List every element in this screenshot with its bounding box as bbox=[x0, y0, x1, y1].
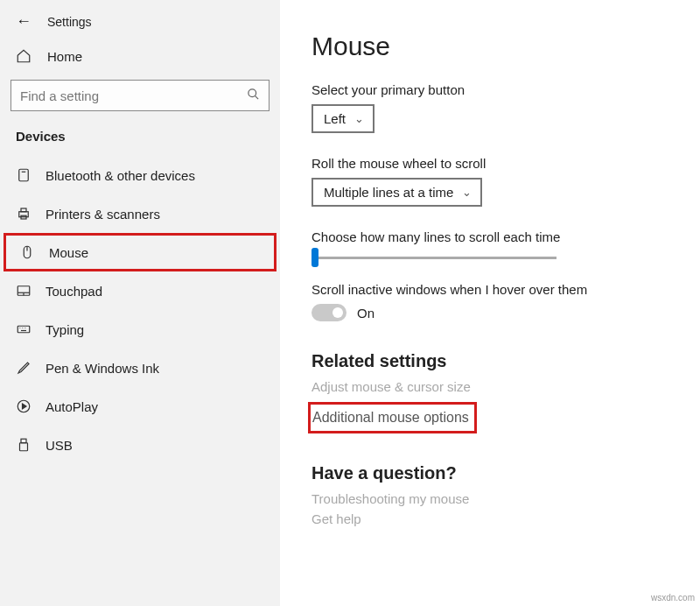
nav-typing[interactable]: Typing bbox=[0, 310, 280, 349]
scroll-dropdown[interactable]: Multiple lines at a time ⌄ bbox=[312, 178, 482, 207]
chevron-down-icon: ⌄ bbox=[462, 186, 472, 199]
chevron-down-icon: ⌄ bbox=[354, 112, 364, 125]
nav-touchpad[interactable]: Touchpad bbox=[0, 271, 280, 310]
pen-icon bbox=[16, 360, 32, 376]
svg-line-1 bbox=[255, 95, 258, 99]
sidebar: ← Settings Home Devices Bluetooth & othe… bbox=[0, 0, 280, 606]
svg-rect-20 bbox=[20, 443, 28, 451]
inactive-label: Scroll inactive windows when I hover ove… bbox=[312, 282, 682, 297]
primary-button-dropdown[interactable]: Left ⌄ bbox=[312, 104, 374, 133]
svg-rect-4 bbox=[19, 212, 29, 217]
nav-label: AutoPlay bbox=[46, 399, 98, 414]
svg-marker-18 bbox=[23, 404, 27, 409]
dropdown-value: Left bbox=[324, 111, 346, 126]
svg-rect-5 bbox=[21, 208, 26, 212]
nav-autoplay[interactable]: AutoPlay bbox=[0, 387, 280, 426]
svg-point-0 bbox=[248, 89, 256, 97]
home-nav[interactable]: Home bbox=[0, 39, 280, 73]
search-input[interactable] bbox=[20, 88, 247, 103]
slider-thumb[interactable] bbox=[312, 248, 318, 267]
nav-label: Bluetooth & other devices bbox=[46, 168, 195, 183]
touchpad-icon bbox=[16, 283, 32, 299]
nav-label: Printers & scanners bbox=[46, 207, 160, 222]
primary-button-label: Select your primary button bbox=[312, 82, 682, 97]
nav-pen[interactable]: Pen & Windows Ink bbox=[0, 349, 280, 387]
page-title: Mouse bbox=[312, 32, 682, 61]
question-title: Have a question? bbox=[312, 463, 682, 483]
svg-rect-19 bbox=[21, 439, 26, 443]
app-title: Settings bbox=[47, 15, 92, 29]
troubleshoot-link[interactable]: Troubleshooting my mouse bbox=[312, 489, 682, 509]
home-label: Home bbox=[47, 49, 82, 64]
lines-setting: Choose how many lines to scroll each tim… bbox=[312, 229, 682, 259]
toggle-state-label: On bbox=[357, 306, 374, 321]
nav-label: Pen & Windows Ink bbox=[46, 361, 159, 376]
nav-bluetooth[interactable]: Bluetooth & other devices bbox=[0, 156, 280, 194]
home-icon bbox=[16, 48, 32, 64]
printer-icon bbox=[16, 206, 32, 222]
back-arrow-icon[interactable]: ← bbox=[16, 12, 32, 31]
scroll-label: Roll the mouse wheel to scroll bbox=[312, 156, 682, 171]
nav-label: Mouse bbox=[49, 245, 88, 260]
additional-mouse-options-link[interactable]: Additional mouse options bbox=[308, 402, 477, 433]
adjust-mouse-link[interactable]: Adjust mouse & cursor size bbox=[312, 377, 682, 397]
nav-label: Typing bbox=[46, 322, 84, 337]
lines-slider[interactable] bbox=[312, 257, 556, 259]
mouse-icon bbox=[19, 244, 35, 260]
dropdown-value: Multiple lines at a time bbox=[324, 185, 453, 200]
svg-rect-2 bbox=[19, 169, 29, 181]
nav-label: USB bbox=[46, 438, 73, 453]
lines-label: Choose how many lines to scroll each tim… bbox=[312, 229, 682, 244]
category-label: Devices bbox=[0, 123, 280, 156]
search-input-container[interactable] bbox=[10, 80, 270, 111]
primary-button-setting: Select your primary button Left ⌄ bbox=[312, 82, 682, 133]
keyboard-icon bbox=[16, 321, 32, 337]
nav-mouse[interactable]: Mouse bbox=[4, 233, 276, 271]
related-settings-title: Related settings bbox=[312, 351, 682, 371]
nav-printers[interactable]: Printers & scanners bbox=[0, 194, 280, 233]
autoplay-icon bbox=[16, 398, 32, 414]
inactive-toggle[interactable] bbox=[312, 304, 346, 321]
bluetooth-icon bbox=[16, 167, 32, 183]
watermark: wsxdn.com bbox=[651, 593, 695, 602]
usb-icon bbox=[16, 437, 32, 453]
main-content: Mouse Select your primary button Left ⌄ … bbox=[280, 0, 700, 606]
scroll-setting: Roll the mouse wheel to scroll Multiple … bbox=[312, 156, 682, 207]
get-help-link[interactable]: Get help bbox=[312, 509, 682, 529]
nav-usb[interactable]: USB bbox=[0, 426, 280, 464]
toggle-knob bbox=[332, 307, 343, 318]
header: ← Settings bbox=[0, 0, 280, 39]
nav-label: Touchpad bbox=[46, 284, 102, 299]
svg-rect-12 bbox=[18, 326, 30, 333]
search-icon bbox=[247, 88, 260, 103]
inactive-setting: Scroll inactive windows when I hover ove… bbox=[312, 282, 682, 321]
